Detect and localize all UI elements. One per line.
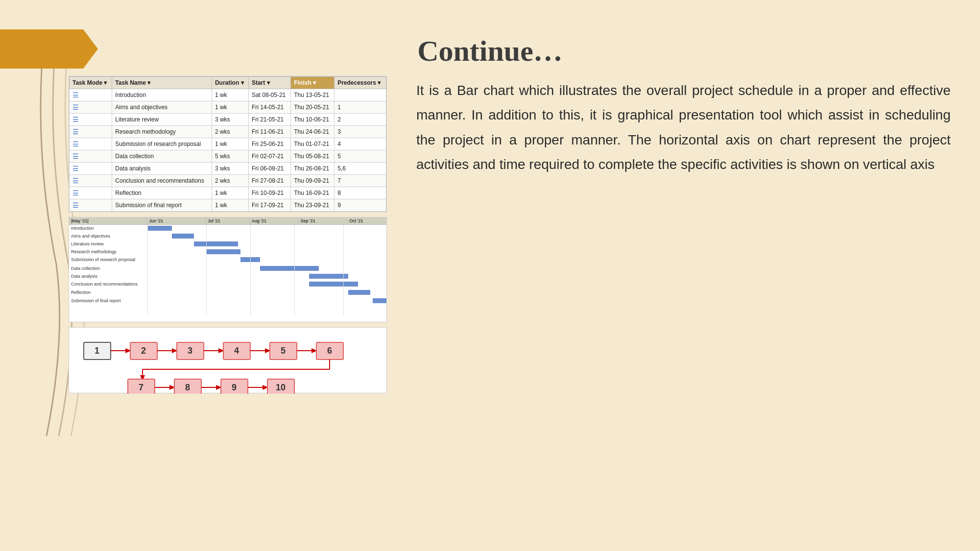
task-pred-cell: 2 xyxy=(335,114,386,126)
task-duration-cell: 2 wks xyxy=(212,126,248,138)
task-finish-cell: Thu 05-08-21 xyxy=(291,150,335,163)
task-name-cell: Data analysis xyxy=(112,163,212,175)
table-row: ☰ Data collection 5 wks Fri 02-07-21 Thu… xyxy=(70,150,386,163)
table-row: ☰ Literature review 3 wks Fri 21-05-21 T… xyxy=(70,114,386,126)
table-row: ☰ Conclusion and recommendations 2 wks F… xyxy=(70,175,386,187)
task-finish-cell: Thu 26-08-21 xyxy=(291,163,335,175)
task-mode-cell: ☰ xyxy=(70,163,112,175)
svg-text:4: 4 xyxy=(234,346,239,356)
svg-text:8: 8 xyxy=(185,383,190,392)
svg-text:3: 3 xyxy=(188,346,192,356)
task-start-cell: Fri 06-08-21 xyxy=(248,163,290,175)
svg-text:9: 9 xyxy=(232,383,237,392)
task-duration-cell: 5 wks xyxy=(212,150,248,163)
col-task-mode: Task Mode ▾ xyxy=(70,77,112,89)
task-mode-cell: ☰ xyxy=(70,175,112,187)
svg-text:5: 5 xyxy=(281,346,286,356)
right-panel: It is a Bar chart which illustrates the … xyxy=(416,78,951,177)
left-panel: Task Mode ▾ Task Name ▾ Duration ▾ Start… xyxy=(69,76,392,393)
task-start-cell: Fri 21-05-21 xyxy=(248,114,290,126)
task-finish-cell: Thu 24-06-21 xyxy=(291,126,335,138)
col-finish: Finish ▾ xyxy=(291,77,335,89)
svg-text:6: 6 xyxy=(327,346,332,356)
table-row: ☰ Aims and objectives 1 wk Fri 14-05-21 … xyxy=(70,101,386,114)
svg-text:7: 7 xyxy=(139,383,143,392)
task-finish-cell: Thu 01-07-21 xyxy=(291,138,335,150)
task-name-cell: Introduction xyxy=(112,89,212,101)
task-start-cell: Fri 17-09-21 xyxy=(248,199,290,212)
task-finish-cell: Thu 09-09-21 xyxy=(291,175,335,187)
task-duration-cell: 3 wks xyxy=(212,114,248,126)
table-row: ☰ Research methodology 2 wks Fri 11-06-2… xyxy=(70,126,386,138)
task-start-cell: Fri 14-05-21 xyxy=(248,101,290,114)
task-duration-cell: 1 wk xyxy=(212,89,248,101)
task-pred-cell: 9 xyxy=(335,199,386,212)
task-duration-cell: 1 wk xyxy=(212,101,248,114)
task-mode-cell: ☰ xyxy=(70,101,112,114)
svg-text:2: 2 xyxy=(141,346,146,356)
gantt-chart: |May '21| Jun '21 Jul '21 Aug '21 Sep '2… xyxy=(69,217,387,322)
task-name-cell: Aims and objectives xyxy=(112,101,212,114)
task-duration-cell: 1 wk xyxy=(212,187,248,199)
task-name-cell: Submission of final report xyxy=(112,199,212,212)
page-title: Continue… xyxy=(0,34,980,68)
task-name-cell: Reflection xyxy=(112,187,212,199)
task-mode-cell: ☰ xyxy=(70,89,112,101)
description-text: It is a Bar chart which illustrates the … xyxy=(416,78,951,177)
task-finish-cell: Thu 10-06-21 xyxy=(291,114,335,126)
svg-text:10: 10 xyxy=(276,383,286,392)
task-mode-cell: ☰ xyxy=(70,126,112,138)
task-start-cell: Fri 11-06-21 xyxy=(248,126,290,138)
task-pred-cell: 5,6 xyxy=(335,163,386,175)
task-name-cell: Data collection xyxy=(112,150,212,163)
table-row: ☰ Submission of final report 1 wk Fri 17… xyxy=(70,199,386,212)
task-mode-cell: ☰ xyxy=(70,187,112,199)
task-finish-cell: Thu 23-09-21 xyxy=(291,199,335,212)
task-mode-cell: ☰ xyxy=(70,150,112,163)
task-pred-cell: 1 xyxy=(335,101,386,114)
gantt-table: Task Mode ▾ Task Name ▾ Duration ▾ Start… xyxy=(69,76,387,212)
task-name-cell: Conclusion and recommendations xyxy=(112,175,212,187)
table-row: ☰ Submission of research proposal 1 wk F… xyxy=(70,138,386,150)
svg-text:1: 1 xyxy=(95,346,99,356)
task-pred-cell xyxy=(335,89,386,101)
task-start-cell: Fri 27-08-21 xyxy=(248,175,290,187)
task-mode-cell: ☰ xyxy=(70,114,112,126)
task-pred-cell: 5 xyxy=(335,150,386,163)
col-duration: Duration ▾ xyxy=(212,77,248,89)
col-task-name: Task Name ▾ xyxy=(112,77,212,89)
task-duration-cell: 3 wks xyxy=(212,163,248,175)
task-pred-cell: 8 xyxy=(335,187,386,199)
task-mode-cell: ☰ xyxy=(70,138,112,150)
task-start-cell: Sat 08-05-21 xyxy=(248,89,290,101)
table-row: ☰ Reflection 1 wk Fri 10-09-21 Thu 16-09… xyxy=(70,187,386,199)
col-predecessors: Predecessors ▾ xyxy=(335,77,386,89)
table-row: ☰ Introduction 1 wk Sat 08-05-21 Thu 13-… xyxy=(70,89,386,101)
task-mode-cell: ☰ xyxy=(70,199,112,212)
table-row: ☰ Data analysis 3 wks Fri 06-08-21 Thu 2… xyxy=(70,163,386,175)
task-start-cell: Fri 10-09-21 xyxy=(248,187,290,199)
task-duration-cell: 1 wk xyxy=(212,199,248,212)
task-start-cell: Fri 02-07-21 xyxy=(248,150,290,163)
task-pred-cell: 7 xyxy=(335,175,386,187)
task-duration-cell: 2 wks xyxy=(212,175,248,187)
task-start-cell: Fri 25-06-21 xyxy=(248,138,290,150)
task-name-cell: Research methodology xyxy=(112,126,212,138)
task-finish-cell: Thu 13-05-21 xyxy=(291,89,335,101)
task-name-cell: Literature review xyxy=(112,114,212,126)
network-diagram: 1 2 3 4 5 xyxy=(69,327,387,393)
task-finish-cell: Thu 16-09-21 xyxy=(291,187,335,199)
task-duration-cell: 1 wk xyxy=(212,138,248,150)
task-pred-cell: 3 xyxy=(335,126,386,138)
task-finish-cell: Thu 20-05-21 xyxy=(291,101,335,114)
task-pred-cell: 4 xyxy=(335,138,386,150)
col-start: Start ▾ xyxy=(248,77,290,89)
task-name-cell: Submission of research proposal xyxy=(112,138,212,150)
